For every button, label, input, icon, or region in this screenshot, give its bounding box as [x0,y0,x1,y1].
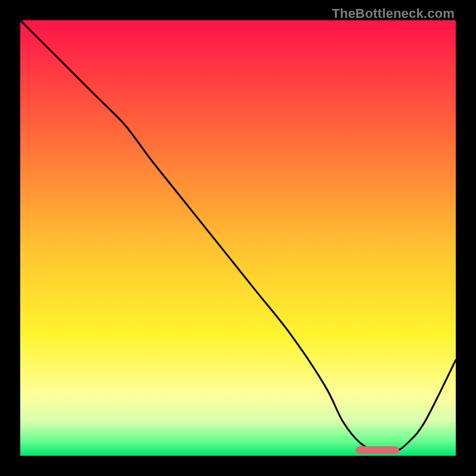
chart-plot-area [20,20,456,456]
chart-stage: TheBottleneck.com [0,0,476,476]
optimal-zone-marker [356,446,399,454]
chart-svg [20,20,456,456]
watermark-text: TheBottleneck.com [332,6,455,21]
